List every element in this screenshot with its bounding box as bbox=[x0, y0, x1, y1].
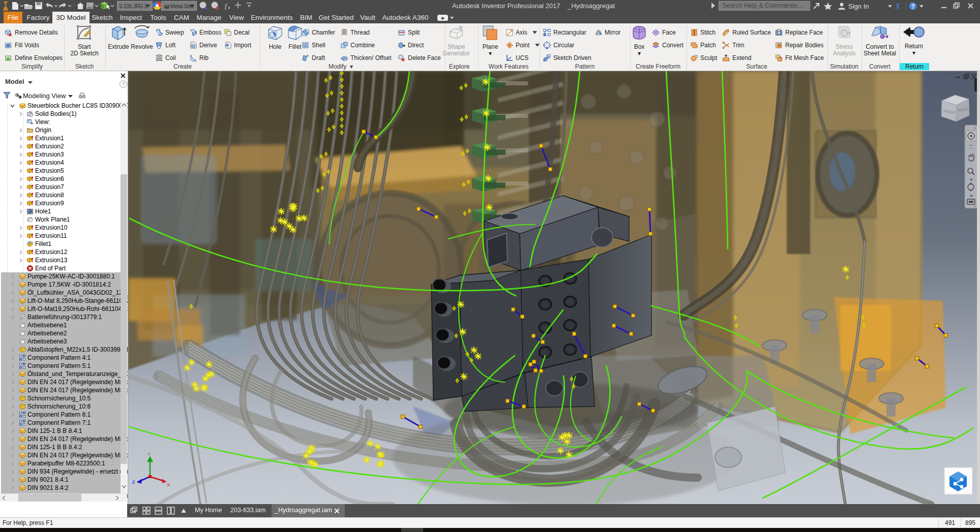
svg-text:Y: Y bbox=[147, 452, 151, 457]
svg-text:Sign In: Sign In bbox=[848, 3, 869, 10]
svg-text:X: X bbox=[167, 482, 170, 487]
svg-text:E: E bbox=[193, 32, 196, 35]
svg-text:Z: Z bbox=[132, 480, 135, 485]
svg-text:X: X bbox=[895, 2, 901, 10]
svg-text:x: x bbox=[227, 5, 230, 10]
svg-text:?: ? bbox=[911, 3, 915, 10]
